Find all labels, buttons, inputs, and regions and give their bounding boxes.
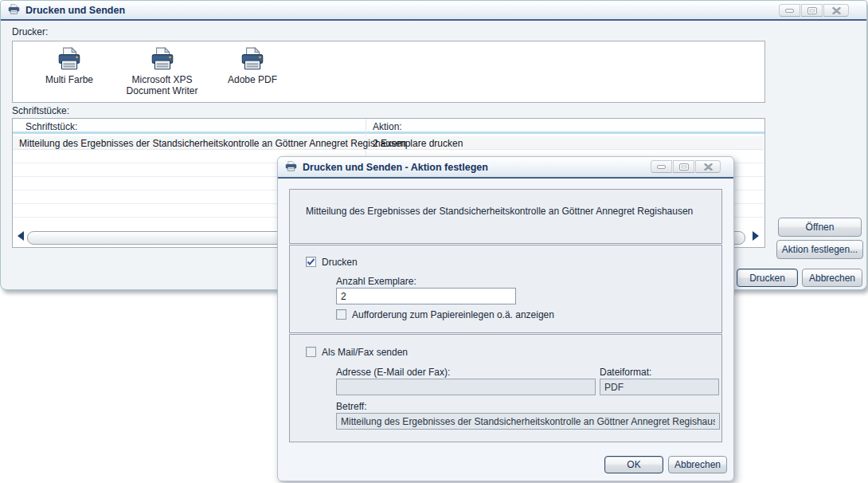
print-section: Drucken Anzahl Exemplare: Aufforderung z… [289,245,722,333]
minimize-button[interactable] [651,160,672,173]
printer-name: Multi Farbe [45,74,93,85]
cell-schriftstueck: Mitteilung des Ergebnisses der Standsich… [19,138,406,149]
print-button[interactable]: Drucken [737,269,798,287]
cancel-button[interactable]: Abbrechen [802,269,862,287]
printer-icon [56,47,83,73]
documents-label: Schriftstücke: [12,105,69,116]
dialog-cancel-button[interactable]: Abbrechen [668,456,727,473]
dialog-titlebar[interactable]: Drucken und Senden - Aktion festlegen [278,157,733,179]
close-button[interactable] [695,160,721,173]
open-button[interactable]: Öffnen [778,218,862,237]
format-label: Dateiformat: [600,367,651,378]
minimize-icon [785,9,794,13]
dialog-title: Drucken und Senden - Aktion festlegen [303,162,488,173]
set-action-button[interactable]: Aktion festlegen... [776,240,863,259]
paper-prompt-label[interactable]: Aufforderung zum Papiereinlegen o.ä. anz… [352,309,554,320]
maximize-icon [807,7,817,14]
format-input [600,379,719,395]
printer-item-xps[interactable]: Microsoft XPS Document Writer [117,47,207,96]
list-header: Schriftstück: Aktion: [13,119,764,134]
dialog-window-controls [651,160,721,173]
printer-icon [7,4,21,16]
checkmark-icon [307,258,315,266]
ok-button[interactable]: OK [604,456,663,473]
column-header-schriftstueck[interactable]: Schriftstück: [25,121,77,132]
maximize-button[interactable] [673,160,694,173]
printer-icon [284,161,298,173]
column-header-aktion[interactable]: Aktion: [373,121,402,132]
printer-icon [239,47,266,73]
mail-fax-checkbox-label[interactable]: Als Mail/Fax senden [322,347,408,358]
cell-aktion: 2 Exemplare drucken [373,138,463,149]
table-row[interactable]: Mitteilung des Ergebnisses der Standsich… [13,136,764,150]
window-title: Drucken und Senden [25,5,125,16]
printer-name: Adobe PDF [228,74,277,85]
print-checkbox[interactable] [306,257,316,267]
printer-list: Multi Farbe Microsoft XPS Document Write… [12,41,765,103]
document-name: Mitteilung des Ergebnisses der Standsich… [306,206,693,217]
address-label: Adresse (E-Mail oder Fax): [336,367,450,378]
scroll-left-arrow[interactable] [18,231,24,241]
print-checkbox-label[interactable]: Drucken [322,257,358,268]
subject-label: Betreff: [336,401,366,412]
paper-prompt-checkbox[interactable] [336,309,346,320]
mail-fax-checkbox[interactable] [306,347,316,357]
main-titlebar[interactable]: Drucken und Senden [1,1,866,21]
address-input [336,379,596,395]
scroll-right-arrow[interactable] [753,231,759,241]
printers-label: Drucker: [12,26,48,37]
document-name-panel: Mitteilung des Ergebnisses der Standsich… [289,189,722,244]
maximize-icon [679,163,689,171]
window-controls [779,4,849,17]
set-action-dialog: Drucken und Senden - Aktion festlegen Mi… [277,156,734,481]
subject-input [336,413,720,430]
mail-fax-section: Als Mail/Fax senden Adresse (E-Mail oder… [289,334,722,442]
printer-item-multi-farbe[interactable]: Multi Farbe [25,47,113,85]
copies-input[interactable] [336,288,516,304]
printer-name: Microsoft XPS Document Writer [117,74,207,96]
minimize-button[interactable] [779,4,800,17]
minimize-icon [657,165,666,169]
printer-icon [149,47,176,73]
printer-item-adobe-pdf[interactable]: Adobe PDF [209,47,296,85]
maximize-button[interactable] [801,4,823,17]
close-icon [704,163,713,171]
close-icon [832,7,841,14]
close-button[interactable] [823,4,849,17]
copies-label: Anzahl Exemplare: [336,276,416,287]
